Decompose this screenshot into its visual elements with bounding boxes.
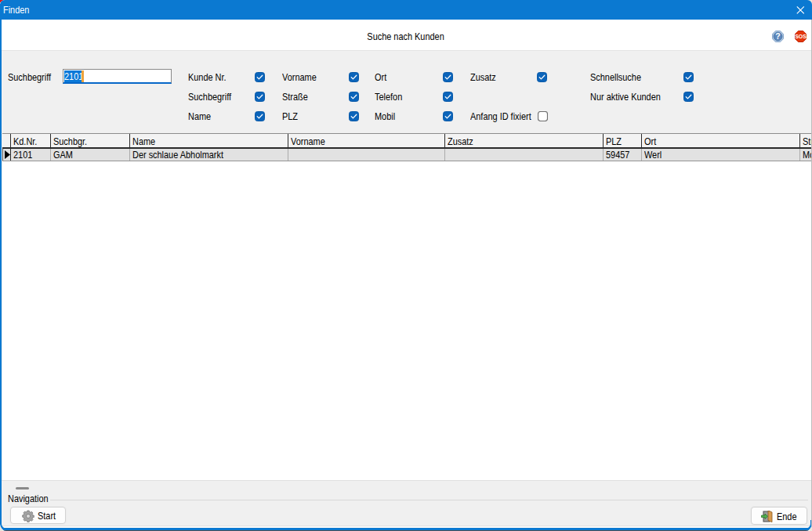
svg-text:?: ?	[775, 31, 780, 41]
svg-text:SOS: SOS	[795, 34, 807, 39]
